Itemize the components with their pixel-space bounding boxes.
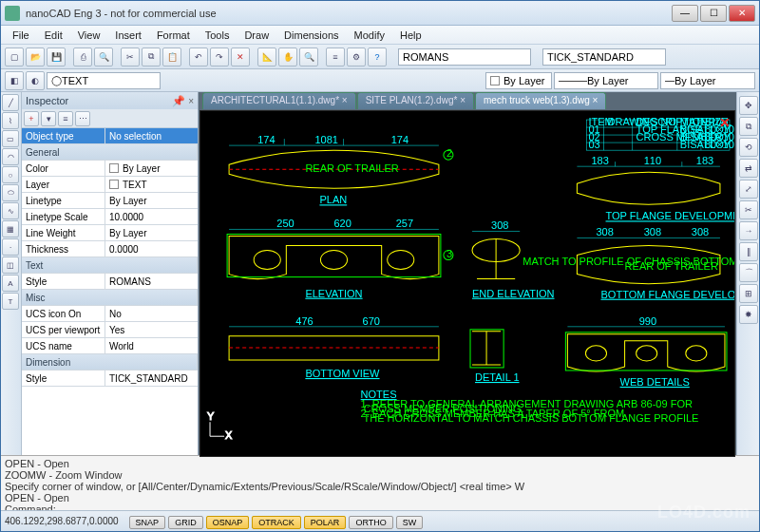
menu-help[interactable]: Help <box>392 28 429 43</box>
inspector-close-icon[interactable]: × <box>188 96 194 106</box>
svg-text:WEB DETAILS: WEB DETAILS <box>620 376 690 388</box>
mtext-icon[interactable]: T <box>2 293 19 310</box>
linetype-combo[interactable]: ——— By Layer <box>554 72 658 89</box>
minimize-button[interactable]: — <box>672 5 698 22</box>
properties-icon[interactable]: ⚙ <box>347 48 366 66</box>
prop-value[interactable]: Yes <box>105 322 198 337</box>
point-icon[interactable]: · <box>2 238 19 256</box>
doc-tab[interactable]: mech truck web(1.3).dwg × <box>475 92 606 109</box>
arc-icon[interactable]: ◠ <box>2 148 19 165</box>
pan-icon[interactable]: ✋ <box>278 48 297 66</box>
measure-icon[interactable]: 📐 <box>257 48 276 66</box>
copy-icon[interactable]: ⧉ <box>142 48 161 66</box>
status-osnap[interactable]: OSNAP <box>206 516 250 529</box>
prop-value[interactable]: By Layer <box>105 161 198 176</box>
color-combo[interactable]: By Layer <box>485 72 552 89</box>
line-icon[interactable]: ╱ <box>2 94 19 111</box>
array-icon[interactable]: ⊞ <box>739 284 758 303</box>
prop-value[interactable]: By Layer <box>105 225 198 240</box>
prop-value[interactable]: TICK_STANDARD <box>105 370 198 386</box>
layer-tool-icon[interactable]: ◧ <box>5 71 24 90</box>
inspector-pin-icon[interactable]: 📌 × <box>172 95 194 107</box>
block-icon[interactable]: ◫ <box>2 256 19 274</box>
move-icon[interactable]: ✥ <box>739 96 758 115</box>
textstyle-combo[interactable]: ◯ TEXT <box>47 72 161 89</box>
doc-tab[interactable]: SITE PLAN(1.2).dwg* × <box>357 92 474 109</box>
prop-value[interactable]: No <box>105 306 198 321</box>
ellipse-icon[interactable]: ⬭ <box>2 184 19 201</box>
command-panel[interactable]: OPEN - Open ZOOMW - Zoom Window Specify … <box>1 455 759 510</box>
dimstyle-combo[interactable]: TICK_STANDARD <box>542 48 666 66</box>
explode-icon[interactable]: ✸ <box>739 305 758 324</box>
menu-modify[interactable]: Modify <box>347 28 392 43</box>
save-icon[interactable]: 💾 <box>47 48 66 66</box>
menu-tools[interactable]: Tools <box>198 28 238 43</box>
svg-text:ELEVATION: ELEVATION <box>305 288 362 299</box>
mirror-icon[interactable]: ⇄ <box>739 159 758 178</box>
print-icon[interactable]: ⎙ <box>73 48 92 66</box>
status-polar[interactable]: POLAR <box>304 516 347 529</box>
svg-text:620: 620 <box>334 218 352 229</box>
prop-value[interactable]: TEXT <box>105 177 198 192</box>
close-button[interactable]: ✕ <box>729 5 755 22</box>
status-otrack[interactable]: OTRACK <box>252 516 301 529</box>
font-combo[interactable]: ROMANS <box>398 48 531 66</box>
insp-list-icon[interactable]: ≡ <box>58 111 73 126</box>
circle-icon[interactable]: ○ <box>2 166 19 183</box>
prop-key: Line Weight <box>22 225 105 240</box>
insp-filter-icon[interactable]: ▾ <box>41 111 56 126</box>
preview-icon[interactable]: 🔍 <box>94 48 113 66</box>
status-sw[interactable]: SW <box>396 516 424 529</box>
scale-icon[interactable]: ⤢ <box>739 180 758 199</box>
menu-view[interactable]: View <box>70 28 108 43</box>
insp-add-icon[interactable]: + <box>24 111 39 126</box>
zoom-icon[interactable]: 🔍 <box>299 48 318 66</box>
undo-icon[interactable]: ↶ <box>189 48 208 66</box>
status-snap[interactable]: SNAP <box>129 516 166 529</box>
insp-more-icon[interactable]: ⋯ <box>75 111 90 126</box>
new-icon[interactable]: ▢ <box>5 48 24 66</box>
canvas-close-icon[interactable]: ✕ <box>719 115 731 130</box>
fillet-icon[interactable]: ⌒ <box>739 263 758 282</box>
copy2-icon[interactable]: ⧉ <box>739 117 758 136</box>
svg-text:2: 2 <box>446 147 452 159</box>
svg-text:BOTTOM FLANGE DEVELOPMENT: BOTTOM FLANGE DEVELOPMENT <box>601 289 735 300</box>
rotate-icon[interactable]: ⟲ <box>739 138 758 157</box>
doc-tab[interactable]: ARCHITECTURAL1(1.1).dwg* × <box>202 92 356 109</box>
help-icon[interactable]: ? <box>368 48 387 66</box>
layers-icon[interactable]: ≡ <box>326 48 345 66</box>
status-ortho[interactable]: ORTHO <box>349 516 392 529</box>
open-icon[interactable]: 📂 <box>26 48 45 66</box>
prop-value[interactable]: ROMANS <box>105 274 198 289</box>
text-icon[interactable]: A <box>2 275 19 292</box>
hatch-icon[interactable]: ▦ <box>2 220 19 238</box>
layer-prev-icon[interactable]: ◐ <box>26 71 45 90</box>
prop-value[interactable]: No selection <box>105 128 198 143</box>
delete-icon[interactable]: ✕ <box>231 48 250 66</box>
menu-dimensions[interactable]: Dimensions <box>276 28 346 43</box>
polyline-icon[interactable]: ⌇ <box>2 112 19 129</box>
cut-icon[interactable]: ✂ <box>121 48 140 66</box>
maximize-button[interactable]: ☐ <box>700 5 727 22</box>
prop-value[interactable]: 10.0000 <box>105 209 198 224</box>
svg-text:3: 3 <box>446 248 452 259</box>
redo-icon[interactable]: ↷ <box>210 48 229 66</box>
spline-icon[interactable]: ∿ <box>2 202 19 219</box>
drawing-canvas[interactable]: ✕ ITEMDRAWING NODESCRIPTIONMATERIALSIZE0… <box>200 110 735 457</box>
menu-file[interactable]: File <box>5 28 37 43</box>
status-grid[interactable]: GRID <box>168 516 203 529</box>
rect-icon[interactable]: ▭ <box>2 130 19 147</box>
extend-icon[interactable]: → <box>739 221 758 240</box>
prop-value[interactable]: By Layer <box>105 193 198 208</box>
offset-icon[interactable]: ‖ <box>739 242 758 261</box>
menu-format[interactable]: Format <box>149 28 198 43</box>
trim-icon[interactable]: ✂ <box>739 200 758 219</box>
prop-value[interactable]: World <box>105 338 198 353</box>
prop-value[interactable]: 0.0000 <box>105 241 198 256</box>
menu-insert[interactable]: Insert <box>107 28 149 43</box>
menu-edit[interactable]: Edit <box>37 28 70 43</box>
app-window: nanoCAD Eng 3 - not for commercial use —… <box>0 0 760 532</box>
menu-draw[interactable]: Draw <box>237 28 276 43</box>
lineweight-combo[interactable]: — By Layer <box>660 72 755 89</box>
paste-icon[interactable]: 📋 <box>162 48 181 66</box>
